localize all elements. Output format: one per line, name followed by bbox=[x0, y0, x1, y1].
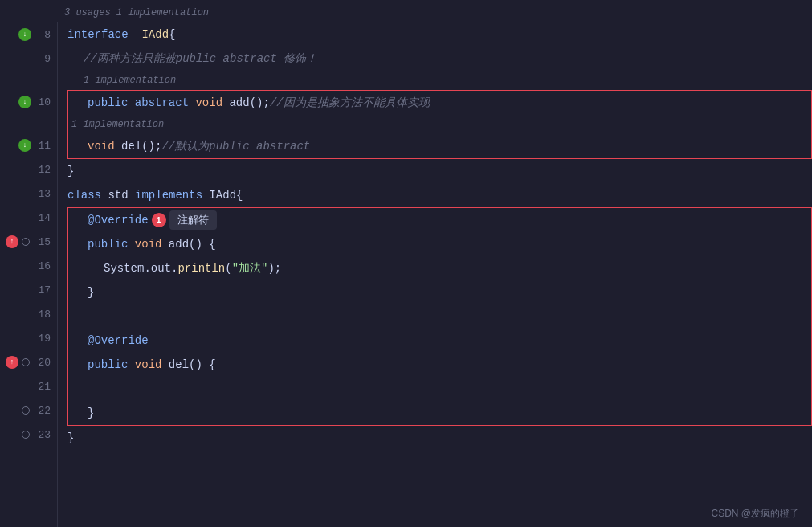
gutter-row-11: ↓ 11 bbox=[0, 133, 57, 157]
impl-icon-11[interactable]: ↓ bbox=[18, 139, 31, 152]
classname-iadd: IAdd bbox=[141, 28, 169, 41]
editor-container: 3 usages 1 implementation ↓ 8 9 ↓ 10 bbox=[0, 0, 812, 527]
code-line-22: } bbox=[71, 401, 808, 425]
gutter-row-18: 18 bbox=[0, 302, 57, 326]
gutter-row-15: ↑ 15 bbox=[0, 230, 57, 254]
red-box-1: public abstract void add(); //因为是抽象方法不能具… bbox=[67, 90, 812, 159]
line-num-12: 12 bbox=[35, 164, 51, 176]
line-num-19: 19 bbox=[35, 333, 51, 345]
code-area: ↓ 8 9 ↓ 10 ↓ 11 12 bbox=[0, 22, 812, 527]
line-num-16: 16 bbox=[35, 260, 51, 272]
gutter-row-14: 14 bbox=[0, 206, 57, 230]
impl-icon-8[interactable]: ↓ bbox=[18, 28, 31, 41]
hint-impl-11: 1 implementation bbox=[71, 115, 808, 134]
line-num-18: 18 bbox=[35, 308, 51, 321]
hint-impl-10: 1 implementation bbox=[67, 71, 812, 90]
code-line-17: } bbox=[71, 280, 808, 304]
line-num-11: 11 bbox=[35, 140, 51, 152]
red-box-2: @Override 1 注解符 public void add() { Syst… bbox=[67, 207, 812, 426]
watermark: CSDN @发疯的橙子 bbox=[711, 507, 799, 521]
badge-1: 1 bbox=[152, 213, 166, 227]
gutter: ↓ 8 9 ↓ 10 ↓ 11 12 bbox=[0, 22, 58, 527]
gutter-row-12: 12 bbox=[0, 157, 57, 182]
line-num-13: 13 bbox=[35, 188, 51, 200]
code-line-19: @Override bbox=[71, 329, 808, 353]
gutter-hint-11 bbox=[0, 114, 57, 133]
impl-icon-15[interactable]: ↑ bbox=[6, 235, 18, 248]
impl-icon-10[interactable]: ↓ bbox=[18, 96, 31, 108]
code-line-11: void del(); //默认为public abstract bbox=[71, 134, 808, 158]
gutter-row-10: ↓ 10 bbox=[0, 90, 57, 114]
tooltip-popup: 注解符 bbox=[169, 210, 217, 230]
gutter-row-16: 16 bbox=[0, 254, 57, 278]
code-content: interface IAdd { //两种方法只能被public abstrac… bbox=[58, 22, 812, 527]
kw-interface: interface bbox=[67, 28, 129, 41]
gutter-row-23: 23 bbox=[0, 423, 57, 447]
code-line-12: } bbox=[67, 159, 812, 183]
code-line-23: } bbox=[67, 426, 812, 450]
line-num-22: 22 bbox=[35, 405, 51, 417]
gutter-row-21: 21 bbox=[0, 374, 57, 398]
line-num-17: 17 bbox=[35, 284, 51, 296]
line-num-8: 8 bbox=[35, 29, 51, 41]
gutter-row-17: 17 bbox=[0, 278, 57, 302]
line-num-23: 23 bbox=[35, 429, 51, 441]
code-line-10: public abstract void add(); //因为是抽象方法不能具… bbox=[71, 91, 808, 115]
code-line-18 bbox=[71, 304, 808, 329]
gutter-row-9: 9 bbox=[0, 47, 57, 71]
line-num-21: 21 bbox=[35, 381, 51, 393]
impl-icon-20[interactable]: ↑ bbox=[6, 356, 18, 369]
gutter-row-13: 13 bbox=[0, 182, 57, 206]
gutter-hint-10 bbox=[0, 71, 57, 90]
line-num-10: 10 bbox=[35, 96, 51, 108]
line-num-9: 9 bbox=[35, 53, 51, 65]
gutter-row-20: ↑ 20 bbox=[0, 350, 57, 374]
code-line-15: public void add() { bbox=[71, 232, 808, 256]
code-line-21 bbox=[71, 377, 808, 401]
code-line-16: System .out. println ( "加法" ); bbox=[71, 256, 808, 280]
gutter-row-8: ↓ 8 bbox=[0, 22, 57, 47]
gutter-row-19: 19 bbox=[0, 326, 57, 350]
code-line-13: class std implements IAdd{ bbox=[67, 183, 812, 207]
code-line-9: //两种方法只能被public abstract 修饰！ bbox=[67, 47, 812, 71]
lines-wrapper: interface IAdd { //两种方法只能被public abstrac… bbox=[67, 22, 812, 466]
comment-line9: //两种方法只能被public abstract 修饰！ bbox=[84, 51, 317, 66]
code-line-20: public void del() { bbox=[71, 353, 808, 377]
line-num-15: 15 bbox=[35, 236, 51, 248]
top-hint: 3 usages 1 implementation bbox=[58, 3, 209, 22]
code-line-8: interface IAdd { bbox=[67, 22, 812, 47]
code-line-14: @Override 1 注解符 bbox=[71, 208, 808, 232]
line-num-20: 20 bbox=[35, 357, 51, 369]
gutter-row-22: 22 bbox=[0, 398, 57, 423]
line-num-14: 14 bbox=[35, 212, 51, 224]
